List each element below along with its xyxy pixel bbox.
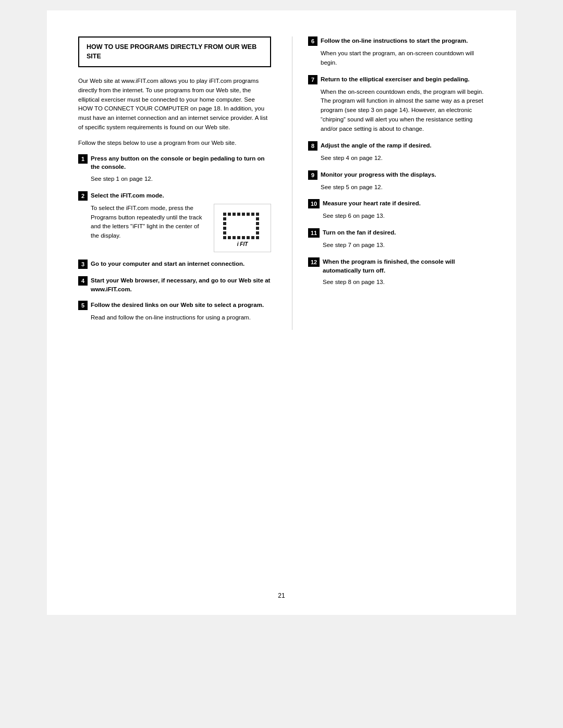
step-3-number: 3 (78, 260, 88, 269)
step-9: 9 Monitor your progress with the display… (308, 170, 485, 192)
svg-rect-14 (223, 231, 226, 235)
step-6: 6 Follow the on-line instructions to sta… (308, 36, 485, 68)
step-8-body: See step 4 on page 12. (308, 154, 485, 163)
step-2: 2 Select the iFIT.com mode. To select th… (78, 191, 271, 252)
step-8-number: 8 (308, 141, 317, 151)
page-number: 21 (47, 592, 516, 599)
step-7-title: Return to the elliptical exerciser and b… (321, 75, 470, 84)
svg-rect-0 (223, 213, 226, 216)
step-4-title: Start your Web browser, if necessary, an… (91, 276, 271, 293)
step-9-title: Monitor your progress with the displays. (321, 170, 436, 179)
step-1: 1 Press any button on the console or beg… (78, 154, 271, 184)
svg-rect-15 (256, 231, 259, 235)
step-6-header: 6 Follow the on-line instructions to sta… (308, 36, 485, 46)
step-11-header: 11 Turn on the fan if desired. (308, 228, 485, 238)
page: HOW TO USE PROGRAMS DIRECTLY FROM OUR WE… (47, 10, 516, 615)
step-10-title: Measure your heart rate if desired. (323, 199, 421, 208)
step-5-number: 5 (78, 301, 88, 310)
intro-paragraph-1: Our Web site at www.iFIT.com allows you … (78, 77, 271, 132)
step-3-title: Go to your computer and start an interne… (91, 260, 244, 268)
right-column: 6 Follow the on-line instructions to sta… (292, 36, 485, 330)
step-1-number: 1 (78, 154, 88, 164)
step-5-body: Read and follow the on-line instructions… (78, 313, 271, 323)
svg-rect-18 (232, 236, 236, 239)
step-8: 8 Adjust the angle of the ramp if desire… (308, 141, 485, 163)
intro-paragraph-2: Follow the steps below to use a program … (78, 139, 271, 148)
svg-rect-4 (242, 213, 245, 216)
svg-rect-22 (251, 236, 254, 239)
step-1-body: See step 1 on page 12. (78, 175, 271, 184)
step-12-title: When the program is finished, the consol… (323, 257, 485, 275)
step-9-body: See step 5 on page 12. (308, 183, 485, 192)
step-2-header: 2 Select the iFIT.com mode. (78, 191, 271, 201)
step-10-header: 10 Measure your heart rate if desired. (308, 199, 485, 208)
svg-rect-16 (223, 236, 226, 239)
step-2-body-text: To select the iFIT.com mode, press the P… (91, 204, 207, 241)
step-12: 12 When the program is finished, the con… (308, 257, 485, 287)
step-11: 11 Turn on the fan if desired. See step … (308, 228, 485, 250)
svg-text:i FIT: i FIT (237, 241, 248, 247)
step-9-header: 9 Monitor your progress with the display… (308, 170, 485, 180)
svg-rect-21 (247, 236, 250, 239)
step-5-title: Follow the desired links on our Web site… (91, 301, 264, 310)
step-7-number: 7 (308, 75, 317, 84)
svg-rect-11 (256, 222, 259, 225)
svg-rect-13 (256, 227, 259, 230)
svg-rect-8 (223, 217, 226, 220)
step-6-title: Follow the on-line instructions to start… (321, 36, 468, 45)
step-1-header: 1 Press any button on the console or beg… (78, 154, 271, 171)
step-4-header: 4 Start your Web browser, if necessary, … (78, 276, 271, 293)
ifit-display-image: i FIT (214, 204, 271, 252)
step-8-title: Adjust the angle of the ramp if desired. (321, 141, 432, 150)
step-11-body: See step 7 on page 13. (308, 241, 485, 250)
step-1-title: Press any button on the console or begin… (91, 154, 271, 171)
step-6-body: When you start the program, an on-screen… (308, 49, 485, 68)
svg-rect-17 (228, 236, 231, 239)
step-2-title: Select the iFIT.com mode. (91, 191, 164, 200)
svg-rect-10 (223, 222, 226, 225)
step-3: 3 Go to your computer and start an inter… (78, 260, 271, 269)
step-7: 7 Return to the elliptical exerciser and… (308, 75, 485, 134)
svg-rect-19 (237, 236, 240, 239)
step-12-header: 12 When the program is finished, the con… (308, 257, 485, 275)
svg-rect-6 (251, 213, 254, 216)
step-12-number: 12 (308, 257, 320, 267)
svg-rect-9 (256, 217, 259, 220)
step-11-title: Turn on the fan if desired. (323, 228, 396, 237)
left-column: HOW TO USE PROGRAMS DIRECTLY FROM OUR WE… (78, 36, 271, 330)
page-title: HOW TO USE PROGRAMS DIRECTLY FROM OUR WE… (87, 43, 263, 61)
step-6-number: 6 (308, 36, 317, 46)
step-10-number: 10 (308, 199, 320, 208)
step-4: 4 Start your Web browser, if necessary, … (78, 276, 271, 293)
step-12-body: See step 8 on page 13. (308, 278, 485, 287)
step-10-body: See step 6 on page 13. (308, 212, 485, 221)
svg-rect-5 (247, 213, 250, 216)
step-2-number: 2 (78, 191, 88, 201)
step-7-body: When the on-screen countdown ends, the p… (308, 88, 485, 134)
step-8-header: 8 Adjust the angle of the ramp if desire… (308, 141, 485, 151)
display-svg: i FIT (219, 208, 266, 248)
svg-rect-23 (256, 236, 259, 239)
step-11-number: 11 (308, 228, 320, 238)
step-3-header: 3 Go to your computer and start an inter… (78, 260, 271, 269)
header-box: HOW TO USE PROGRAMS DIRECTLY FROM OUR WE… (78, 36, 271, 67)
svg-rect-12 (223, 227, 226, 230)
svg-rect-20 (242, 236, 245, 239)
step-9-number: 9 (308, 170, 317, 180)
step-5-header: 5 Follow the desired links on our Web si… (78, 301, 271, 310)
svg-rect-1 (228, 213, 231, 216)
svg-rect-3 (237, 213, 240, 216)
step-5: 5 Follow the desired links on our Web si… (78, 301, 271, 323)
svg-rect-2 (232, 213, 236, 216)
step-4-number: 4 (78, 276, 88, 286)
svg-rect-7 (256, 213, 259, 216)
step-10: 10 Measure your heart rate if desired. S… (308, 199, 485, 221)
step-7-header: 7 Return to the elliptical exerciser and… (308, 75, 485, 84)
